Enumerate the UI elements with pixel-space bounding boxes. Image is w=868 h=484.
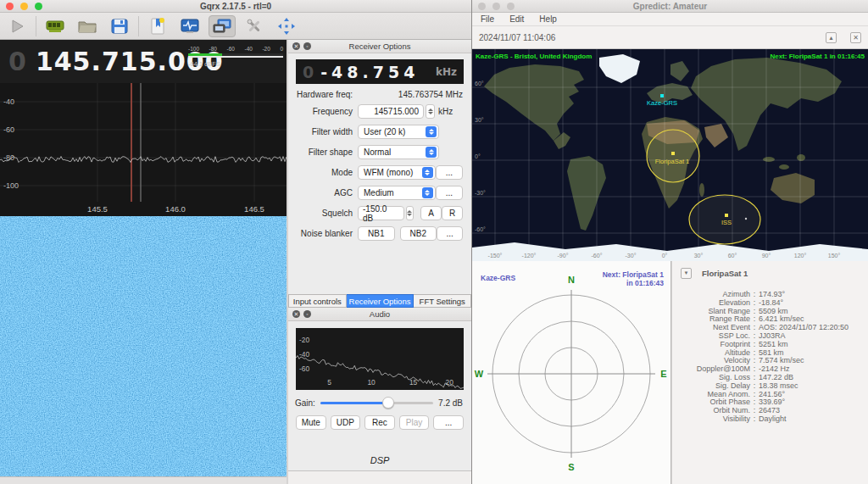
gain-slider-knob[interactable] bbox=[382, 397, 394, 409]
filter-shape-select[interactable]: Normal bbox=[358, 145, 439, 159]
waterfall-noise-texture bbox=[0, 216, 287, 476]
frequency-stepper[interactable] bbox=[426, 104, 435, 119]
bookmark-icon bbox=[149, 17, 166, 36]
remote-control-button[interactable] bbox=[209, 15, 236, 37]
nb1-button[interactable]: NB1 bbox=[358, 226, 395, 241]
sat-info-separator: : bbox=[750, 415, 759, 424]
compass-west: W bbox=[475, 369, 484, 379]
gain-label: Gain: bbox=[295, 398, 315, 408]
save-floppy-icon bbox=[110, 18, 129, 35]
gqrx-dock-column: ✕ ◦ Receiver Options 0 -48.754 kHz Hardw… bbox=[287, 40, 471, 484]
play-icon bbox=[8, 17, 26, 36]
udp-button[interactable]: UDP bbox=[331, 415, 361, 430]
tab-receiver-options[interactable]: Receiver Options bbox=[347, 294, 415, 308]
gpredict-titlebar[interactable]: Gpredict: Amateur bbox=[472, 0, 868, 13]
squelch-label: Squelch bbox=[288, 209, 358, 218]
tab-fft-settings[interactable]: FFT Settings bbox=[414, 294, 471, 308]
hardware-freq-value: 145.763754 MHz bbox=[398, 90, 463, 99]
iq-recorder-button[interactable] bbox=[176, 15, 203, 37]
chevron-updown-icon bbox=[426, 147, 437, 158]
lon-tick: -120° bbox=[522, 253, 537, 259]
noise-blanker-options-button[interactable]: ... bbox=[437, 226, 463, 241]
receiver-options-dock: ✕ ◦ Receiver Options 0 -48.754 kHz Hardw… bbox=[288, 40, 471, 308]
menu-file[interactable]: File bbox=[481, 14, 494, 24]
agc-options-button[interactable]: ... bbox=[436, 186, 463, 200]
full-screen-button[interactable] bbox=[273, 15, 300, 37]
receiver-offset-lcd[interactable]: 0 -48.754 kHz bbox=[296, 59, 464, 84]
chevron-updown-icon bbox=[422, 187, 433, 198]
filter-width-value: User (20 k) bbox=[364, 127, 405, 136]
gain-slider[interactable] bbox=[320, 397, 433, 409]
frequency-label: Frequency bbox=[288, 107, 358, 116]
dock-title: Receiver Options bbox=[288, 42, 471, 51]
gqrx-toolbar bbox=[0, 13, 471, 40]
gqrx-bottom-strip bbox=[0, 476, 287, 484]
menu-edit[interactable]: Edit bbox=[509, 14, 524, 24]
offset-value[interactable]: -48.754 bbox=[320, 63, 419, 81]
audio-spectrum-plot[interactable]: -20 -40 -60 5 10 15 20 bbox=[296, 328, 464, 390]
load-settings-button[interactable] bbox=[74, 15, 101, 37]
configure-io-button[interactable] bbox=[42, 15, 69, 37]
meter-tick: -20 bbox=[262, 46, 270, 52]
map-station-header: Kaze-GRS - Bristol, United Kingdom bbox=[476, 53, 592, 60]
menu-help[interactable]: Help bbox=[539, 14, 557, 24]
world-map-svg: 60° 30° 0° -30° -60° -150° -120° -90° -6… bbox=[472, 49, 868, 261]
audio-header: ✕ ◦ Audio bbox=[288, 308, 471, 321]
lon-tick: 30° bbox=[694, 253, 704, 259]
bookmarks-button[interactable] bbox=[144, 15, 171, 37]
sat-info-label: Visibility bbox=[677, 415, 750, 424]
waterfall-display[interactable] bbox=[0, 216, 287, 476]
squelch-auto-button[interactable]: A bbox=[420, 206, 442, 220]
agc-select[interactable]: Medium bbox=[358, 186, 436, 200]
fft-spectrum-plot[interactable]: -40 -60 -80 -100 145.5 146.0 146.5 bbox=[0, 83, 287, 216]
nb2-button[interactable]: NB2 bbox=[400, 226, 437, 241]
hardware-freq-label: Hardware freq: bbox=[297, 90, 353, 99]
lcd-leading-zero: 0 bbox=[303, 63, 314, 81]
mode-select[interactable]: WFM (mono) bbox=[358, 165, 436, 180]
frequency-display-panel[interactable]: 0 145.715.000 -100-80-60-40-200 -64.1 dB… bbox=[0, 40, 287, 83]
sat1-marker[interactable] bbox=[671, 152, 675, 155]
settings-button[interactable] bbox=[241, 15, 268, 37]
sat2-marker[interactable] bbox=[725, 214, 728, 217]
play-button[interactable]: Play bbox=[399, 415, 430, 430]
world-map-view: 60° 30° 0° -30° -60° -150° -120° -90° -6… bbox=[472, 49, 868, 261]
agc-value: Medium bbox=[364, 188, 394, 197]
frequency-input[interactable]: 145715.000 bbox=[358, 104, 424, 119]
squelch-reset-button[interactable]: R bbox=[442, 206, 463, 220]
remote-computers-icon bbox=[212, 18, 232, 35]
lcd-leading-zero: 0 bbox=[8, 47, 27, 76]
mute-button[interactable]: Mute bbox=[296, 415, 326, 430]
audio-y-tick: -40 bbox=[299, 350, 309, 359]
meter-level-fill bbox=[188, 53, 222, 56]
filter-shape-label: Filter shape bbox=[288, 147, 358, 157]
meter-tick: -80 bbox=[209, 46, 217, 52]
module-close-icon[interactable]: ✕ bbox=[850, 32, 861, 43]
spectrum-x-tick: 146.5 bbox=[244, 204, 264, 214]
gqrx-titlebar[interactable]: Gqrx 2.17.5 - rtl=0 bbox=[0, 0, 471, 13]
module-detach-icon[interactable]: ▴ bbox=[826, 32, 837, 43]
filter-width-select[interactable]: User (20 k) bbox=[358, 125, 439, 139]
mode-options-button[interactable]: ... bbox=[436, 165, 463, 180]
meter-tick: -60 bbox=[227, 46, 235, 52]
tab-input-controls[interactable]: Input controls bbox=[288, 294, 347, 308]
lon-tick: -150° bbox=[488, 253, 503, 259]
ground-station-marker[interactable] bbox=[660, 94, 664, 97]
rec-button[interactable]: Rec bbox=[364, 415, 395, 430]
spectrum-y-tick: -40 bbox=[3, 97, 14, 106]
open-folder-icon bbox=[77, 18, 97, 35]
filter-width-label: Filter width bbox=[288, 127, 358, 136]
save-settings-button[interactable] bbox=[106, 15, 133, 37]
dsp-status-label: DSP bbox=[288, 455, 471, 470]
meter-tick: 0 bbox=[280, 46, 283, 52]
start-dsp-button[interactable] bbox=[3, 15, 31, 37]
module-header: 2024/11/07 11:04:06 ▴ ✕ bbox=[472, 26, 868, 49]
audio-options-button[interactable]: ... bbox=[433, 415, 464, 430]
audio-buttons: Mute UDP Rec Play ... bbox=[288, 409, 471, 430]
toolbar-separator bbox=[138, 16, 139, 36]
squelch-stepper[interactable] bbox=[406, 206, 414, 220]
satellite-select-dropdown[interactable]: ▼ bbox=[681, 268, 692, 279]
polar-plot-view: N S E W Kaze-GRS Next: FloripaSat 1 in 0… bbox=[472, 261, 670, 484]
squelch-input[interactable]: -150.0 dB bbox=[358, 206, 404, 220]
receiver-options-header: ✕ ◦ Receiver Options bbox=[288, 40, 471, 53]
spectrum-y-tick: -80 bbox=[3, 153, 14, 162]
